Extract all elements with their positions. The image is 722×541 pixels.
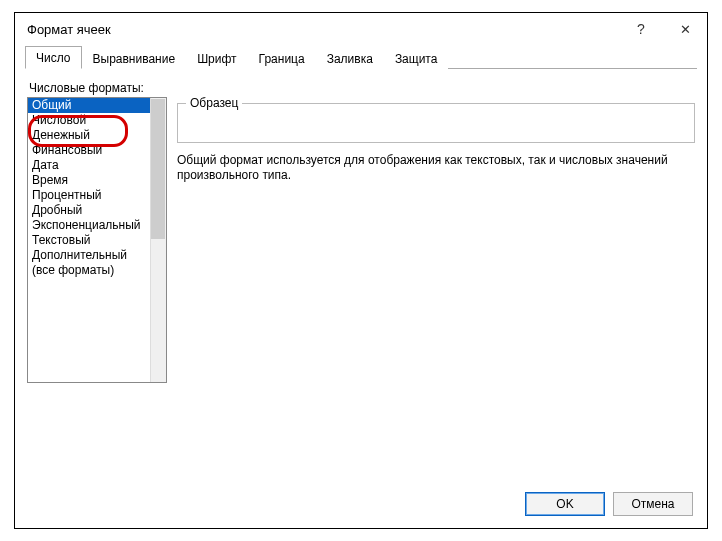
list-item[interactable]: Дополнительный <box>28 248 166 263</box>
tab-fill[interactable]: Заливка <box>316 47 384 69</box>
list-item[interactable]: (все форматы) <box>28 263 166 278</box>
list-item[interactable]: Числовой <box>28 113 166 128</box>
titlebar: Формат ячеек ? ✕ <box>15 13 707 45</box>
close-button[interactable]: ✕ <box>663 13 707 45</box>
tab-alignment[interactable]: Выравнивание <box>82 47 187 69</box>
tab-font[interactable]: Шрифт <box>186 47 247 69</box>
scrollbar-thumb[interactable] <box>151 99 165 239</box>
sample-label: Образец <box>186 96 242 110</box>
dialog-buttons: OK Отмена <box>525 492 693 516</box>
window-controls: ? ✕ <box>619 13 707 45</box>
right-pane: Образец Общий формат используется для от… <box>177 97 695 383</box>
help-button[interactable]: ? <box>619 13 663 45</box>
format-description: Общий формат используется для отображени… <box>177 153 695 183</box>
tab-content: Числовые форматы: Общий Числовой Денежны… <box>15 69 707 393</box>
formats-listbox[interactable]: Общий Числовой Денежный Финансовый Дата … <box>27 97 167 383</box>
list-item[interactable]: Дробный <box>28 203 166 218</box>
tab-protection[interactable]: Защита <box>384 47 449 69</box>
ok-button[interactable]: OK <box>525 492 605 516</box>
dialog-window: Формат ячеек ? ✕ Число Выравнивание Шриф… <box>14 12 708 529</box>
list-item[interactable]: Время <box>28 173 166 188</box>
list-item[interactable]: Дата <box>28 158 166 173</box>
formats-label: Числовые форматы: <box>29 81 695 95</box>
tab-number[interactable]: Число <box>25 46 82 69</box>
list-item[interactable]: Общий <box>28 98 166 113</box>
sample-box: Образец <box>177 103 695 143</box>
list-item[interactable]: Финансовый <box>28 143 166 158</box>
list-item[interactable]: Текстовый <box>28 233 166 248</box>
tab-border[interactable]: Граница <box>248 47 316 69</box>
scrollbar[interactable] <box>150 98 166 382</box>
cancel-button[interactable]: Отмена <box>613 492 693 516</box>
window-title: Формат ячеек <box>27 22 111 37</box>
tabstrip: Число Выравнивание Шрифт Граница Заливка… <box>25 45 697 69</box>
list-item[interactable]: Экспоненциальный <box>28 218 166 233</box>
list-item[interactable]: Денежный <box>28 128 166 143</box>
list-item[interactable]: Процентный <box>28 188 166 203</box>
